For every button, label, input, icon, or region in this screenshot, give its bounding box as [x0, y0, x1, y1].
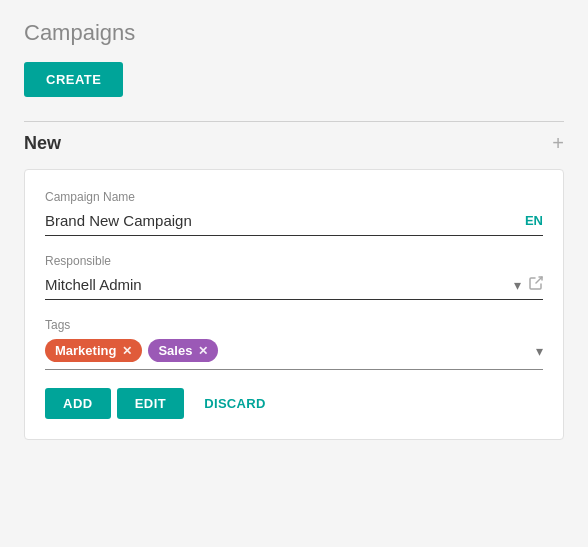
edit-button[interactable]: EDIT	[117, 388, 185, 419]
responsible-value: Mitchell Admin	[45, 274, 510, 295]
tags-input-row[interactable]: Marketing ✕ Sales ✕ ▾	[45, 338, 543, 370]
campaign-name-label: Campaign Name	[45, 190, 543, 204]
section-header: New +	[24, 122, 564, 165]
tag-marketing: Marketing ✕	[45, 339, 142, 362]
discard-button[interactable]: DISCARD	[190, 388, 279, 419]
tags-group: Tags Marketing ✕ Sales ✕ ▾	[45, 318, 543, 370]
responsible-label: Responsible	[45, 254, 543, 268]
tag-sales: Sales ✕	[148, 339, 218, 362]
tags-label: Tags	[45, 318, 543, 332]
tag-sales-label: Sales	[158, 343, 192, 358]
campaign-name-input-row: EN	[45, 210, 543, 236]
campaign-name-input[interactable]	[45, 210, 517, 231]
section-title: New	[24, 133, 61, 154]
campaign-name-group: Campaign Name EN	[45, 190, 543, 236]
responsible-select-row: Mitchell Admin ▾	[45, 274, 543, 300]
page-title: Campaigns	[24, 20, 564, 46]
tag-marketing-close[interactable]: ✕	[122, 344, 132, 358]
page-container: Campaigns CREATE New + Campaign Name EN …	[0, 0, 588, 547]
responsible-group: Responsible Mitchell Admin ▾	[45, 254, 543, 300]
responsible-dropdown-icon[interactable]: ▾	[514, 277, 521, 293]
tags-dropdown-icon[interactable]: ▾	[536, 343, 543, 359]
external-link-icon[interactable]	[529, 276, 543, 293]
create-button[interactable]: CREATE	[24, 62, 123, 97]
add-button[interactable]: ADD	[45, 388, 111, 419]
add-section-icon[interactable]: +	[552, 132, 564, 155]
action-buttons: ADD EDIT DISCARD	[45, 388, 543, 419]
form-card: Campaign Name EN Responsible Mitchell Ad…	[24, 169, 564, 440]
lang-badge[interactable]: EN	[525, 213, 543, 228]
tag-sales-close[interactable]: ✕	[198, 344, 208, 358]
tag-marketing-label: Marketing	[55, 343, 116, 358]
